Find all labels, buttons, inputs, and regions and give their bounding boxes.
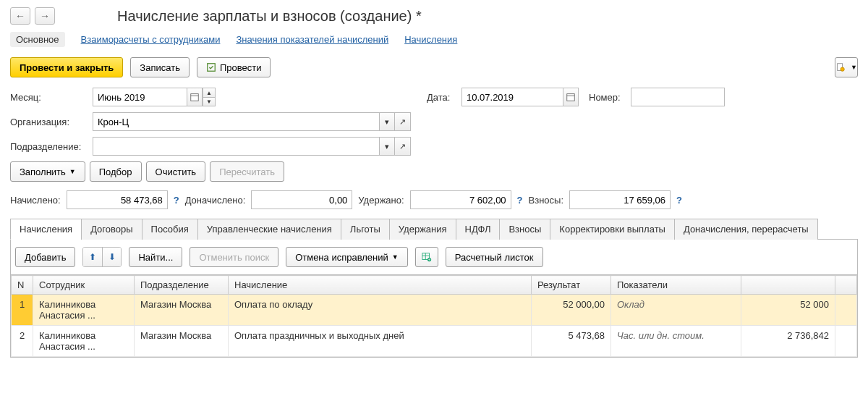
svg-point-2 [841, 67, 844, 71]
accrued-label: Начислено: [10, 195, 61, 206]
arrow-up-icon: ⬆ [89, 252, 96, 262]
dept-label: Подразделение: [10, 141, 88, 152]
reports-menu-button[interactable]: ▼ [835, 57, 858, 77]
number-label: Номер: [589, 92, 626, 103]
move-up-button[interactable]: ⬆ [83, 248, 102, 266]
page-title: Начисление зарплаты и взносов (создание)… [117, 8, 422, 25]
cell-employee: Калинникова Анастасия ... [33, 295, 135, 326]
post-button-label: Провести [220, 62, 262, 73]
data-tab-recalcs[interactable]: Доначисления, перерасчеты [674, 219, 818, 240]
date-calendar-button[interactable] [563, 88, 579, 106]
cell-n: 2 [12, 326, 33, 357]
contrib-value[interactable] [569, 190, 671, 209]
cell-accrual: Оплата по окладу [229, 295, 532, 326]
view-mode-button[interactable]: + [415, 247, 438, 267]
cell-indicator-name: Оклад [611, 295, 741, 326]
cancel-search-button: Отменить поиск [190, 247, 278, 267]
table-row[interactable]: 2Калинникова Анастасия ...Магазин Москва… [12, 326, 857, 357]
col-result[interactable]: Результат [532, 276, 611, 295]
data-tab-deductions[interactable]: Удержания [389, 219, 456, 240]
fill-button-label: Заполнить [20, 167, 66, 177]
accrued-value[interactable] [67, 190, 168, 209]
col-accrual[interactable]: Начисление [229, 276, 532, 295]
tab-indicators[interactable]: Значения показателей начислений [236, 34, 388, 45]
col-indicator-value[interactable] [741, 276, 835, 295]
cancel-fix-label: Отмена исправлений [295, 252, 388, 263]
payslip-button[interactable]: Расчетный листок [446, 247, 543, 267]
contrib-label: Взносы: [529, 195, 564, 206]
month-calendar-button[interactable] [187, 88, 203, 106]
table-row[interactable]: 1Калинникова Анастасия ...Магазин Москва… [12, 295, 857, 326]
find-button[interactable]: Найти... [129, 247, 182, 267]
cell-extra [835, 295, 857, 326]
org-label: Организация: [10, 117, 88, 127]
data-tab-contributions[interactable]: Взносы [499, 219, 550, 240]
recalc-button: Пересчитать [210, 161, 284, 182]
accrued-help-icon[interactable]: ? [174, 195, 179, 206]
cell-indicator-value: 52 000 [741, 295, 835, 326]
calendar-icon [566, 92, 576, 102]
org-input[interactable] [93, 112, 379, 131]
date-input[interactable] [461, 88, 563, 106]
withheld-value[interactable] [410, 190, 511, 209]
col-indicators[interactable]: Показатели [611, 276, 741, 295]
data-tab-accruals[interactable]: Начисления [10, 219, 82, 240]
nav-forward-button[interactable]: → [35, 7, 55, 25]
withheld-label: Удержано: [358, 195, 404, 206]
post-and-close-button[interactable]: Провести и закрыть [10, 57, 123, 77]
data-tab-ndfl[interactable]: НДФЛ [456, 219, 501, 240]
cell-accrual: Оплата праздничных и выходных дней [229, 326, 532, 357]
cell-indicator-value: 2 736,842 [741, 326, 835, 357]
cell-employee: Калинникова Анастасия ... [33, 326, 135, 357]
clear-button[interactable]: Очистить [146, 161, 206, 182]
chevron-down-icon: ▾ [385, 142, 389, 151]
withheld-help-icon[interactable]: ? [517, 195, 523, 206]
cancel-fix-button[interactable]: Отмена исправлений ▼ [286, 247, 408, 267]
org-open-button[interactable]: ↗ [395, 112, 411, 131]
add-accrued-value[interactable] [251, 190, 352, 209]
data-tab-corrections[interactable]: Корректировки выплаты [550, 219, 675, 240]
data-tab-privileges[interactable]: Льготы [341, 219, 390, 240]
add-row-button[interactable]: Добавить [15, 247, 75, 267]
data-tab-benefits[interactable]: Пособия [142, 219, 198, 240]
cell-n: 1 [12, 295, 33, 326]
month-down-button[interactable]: ▼ [203, 97, 216, 106]
save-button[interactable]: Записать [130, 57, 190, 77]
tab-settlements[interactable]: Взаиморасчеты с сотрудниками [81, 34, 221, 45]
month-label: Месяц: [10, 92, 88, 103]
grid-add-icon: + [422, 252, 432, 262]
dept-input[interactable] [93, 137, 379, 156]
col-n[interactable]: N [12, 276, 33, 295]
post-button[interactable]: Провести [197, 57, 271, 77]
move-down-button[interactable]: ⬇ [102, 248, 121, 266]
dept-open-button[interactable]: ↗ [395, 137, 411, 156]
number-input[interactable] [631, 88, 725, 106]
contrib-help-icon[interactable]: ? [676, 195, 682, 206]
cell-dept: Магазин Москва [135, 326, 229, 357]
calendar-icon [190, 92, 200, 102]
cell-result: 5 473,68 [532, 326, 611, 357]
chevron-down-icon: ▼ [392, 253, 399, 261]
cell-indicator-name: Час. или дн. стоим. [611, 326, 741, 357]
nav-back-button[interactable]: ← [10, 7, 30, 25]
data-tab-contracts[interactable]: Договоры [81, 219, 142, 240]
open-ref-icon: ↗ [399, 117, 406, 127]
col-extra[interactable] [835, 276, 857, 295]
chevron-down-icon: ▼ [851, 64, 857, 71]
cell-extra [835, 326, 857, 357]
svg-rect-5 [567, 94, 575, 101]
month-input[interactable] [93, 88, 187, 106]
add-accrued-label: Доначислено: [185, 195, 246, 206]
col-dept[interactable]: Подразделение [135, 276, 229, 295]
fill-button[interactable]: Заполнить ▼ [10, 161, 85, 182]
month-up-button[interactable]: ▲ [203, 88, 216, 97]
dept-dropdown-button[interactable]: ▾ [379, 137, 395, 156]
col-employee[interactable]: Сотрудник [33, 276, 135, 295]
tab-accruals[interactable]: Начисления [404, 34, 457, 45]
select-button[interactable]: Подбор [90, 161, 142, 182]
tab-main[interactable]: Основное [10, 32, 65, 47]
data-tab-mgmt[interactable]: Управленческие начисления [197, 219, 341, 240]
svg-rect-3 [191, 94, 199, 101]
org-dropdown-button[interactable]: ▾ [379, 112, 395, 131]
cell-dept: Магазин Москва [135, 295, 229, 326]
